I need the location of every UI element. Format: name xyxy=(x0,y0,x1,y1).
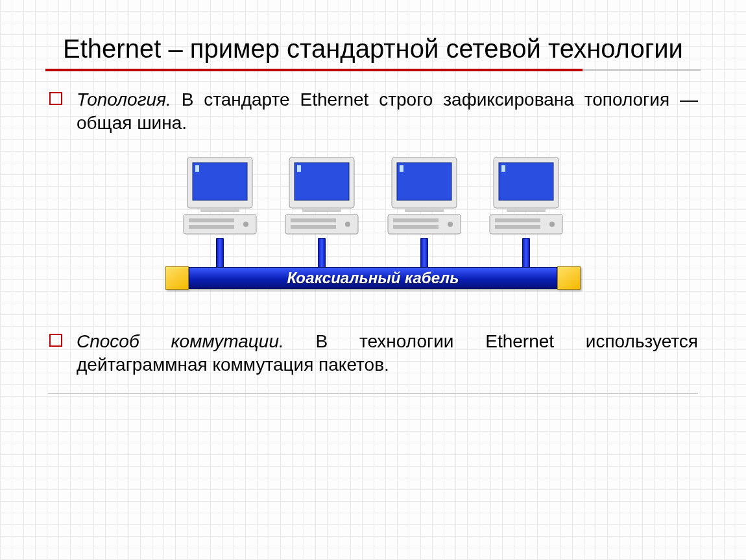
svg-rect-14 xyxy=(291,218,336,222)
svg-rect-15 xyxy=(291,225,336,229)
svg-point-32 xyxy=(549,222,555,227)
svg-rect-18 xyxy=(397,163,451,200)
svg-rect-20 xyxy=(405,208,444,212)
svg-rect-30 xyxy=(495,218,540,222)
svg-point-24 xyxy=(448,222,453,227)
svg-point-8 xyxy=(243,222,248,227)
computer-icon xyxy=(283,155,361,239)
svg-rect-23 xyxy=(393,225,439,229)
computer-row xyxy=(165,155,581,239)
svg-rect-27 xyxy=(501,165,505,172)
svg-point-16 xyxy=(345,222,350,227)
svg-rect-1 xyxy=(193,163,247,200)
computer-icon xyxy=(385,155,463,239)
coax-cable-row: Коаксиальный кабель xyxy=(165,266,581,290)
bus-topology-diagram: Коаксиальный кабель xyxy=(165,155,581,304)
coax-cable-label: Коаксиальный кабель xyxy=(287,268,459,288)
drop-cable-icon xyxy=(420,238,428,269)
svg-rect-11 xyxy=(297,165,301,172)
slide-title: Ethernet – пример стандартной сетевой те… xyxy=(45,32,701,65)
svg-rect-28 xyxy=(507,208,546,212)
drop-cable-icon xyxy=(318,238,326,269)
bullet-lead: Топология. xyxy=(77,89,171,110)
terminator-icon xyxy=(557,266,581,290)
computer-icon xyxy=(181,155,259,239)
svg-rect-19 xyxy=(400,165,403,172)
svg-rect-26 xyxy=(499,163,553,200)
desktop-pc-icon xyxy=(385,155,463,239)
svg-rect-4 xyxy=(200,208,239,212)
svg-rect-12 xyxy=(302,208,341,212)
desktop-pc-icon xyxy=(487,155,565,239)
svg-rect-6 xyxy=(189,218,234,222)
coax-cable: Коаксиальный кабель xyxy=(189,267,557,289)
drop-cable-icon xyxy=(522,238,530,269)
terminator-icon xyxy=(165,266,189,290)
svg-rect-10 xyxy=(295,163,349,200)
desktop-pc-icon xyxy=(283,155,361,239)
slide: Ethernet – пример стандартной сетевой те… xyxy=(0,0,746,560)
bullet-switching: Способ коммутации. В технологии Ethernet… xyxy=(48,330,698,377)
bullet-lead: Способ коммутации. xyxy=(77,331,284,351)
computer-icon xyxy=(487,155,565,239)
drop-cable-icon xyxy=(216,238,224,269)
title-underline xyxy=(45,69,701,71)
bullet-topology: Топология. В стандарте Ethernet строго з… xyxy=(48,88,698,135)
slide-body: Топология. В стандарте Ethernet строго з… xyxy=(45,88,701,394)
desktop-pc-icon xyxy=(181,155,259,239)
svg-rect-31 xyxy=(495,225,540,229)
svg-rect-22 xyxy=(393,218,439,222)
footer-rule xyxy=(48,393,698,394)
svg-rect-7 xyxy=(189,225,234,229)
svg-rect-3 xyxy=(195,165,199,172)
